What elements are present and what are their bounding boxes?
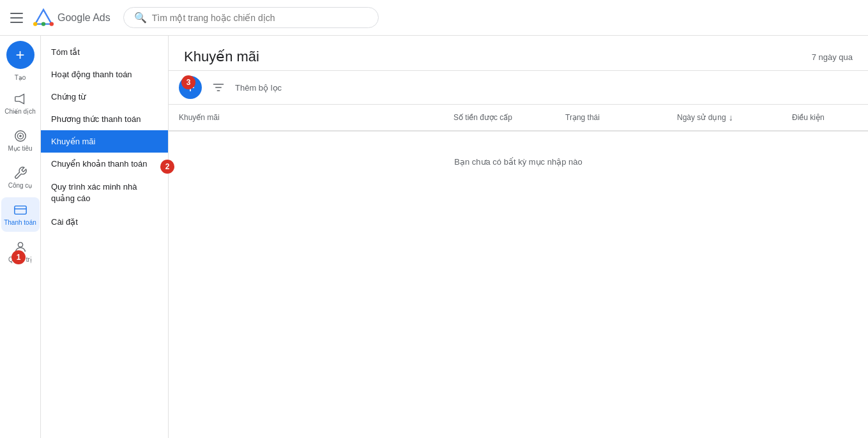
target-icon [13, 128, 28, 144]
th-ngay-su-dung[interactable]: Ngày sử dụng ↓ [667, 105, 782, 130]
page-title: Khuyến mãi [184, 49, 259, 65]
svg-marker-0 [35, 10, 52, 24]
search-bar[interactable]: 🔍 [123, 7, 379, 28]
nav-item-cong-cu[interactable]: Công cụ [1, 160, 40, 195]
nav-item-muc-tieu[interactable]: Mục tiêu [1, 123, 40, 158]
main-content: Khuyến mãi 7 ngày qua + Thêm bộ lọc Khuy… [169, 36, 868, 438]
th-so-tien-duoc-cap: Số tiền được cấp [443, 105, 555, 130]
sidebar-item-chuyen-khoan-thanh-toan[interactable]: Chuyển khoản thanh toán [41, 153, 168, 175]
search-icon: 🔍 [134, 11, 147, 24]
create-label: Tạo [15, 74, 26, 81]
sidebar-item-phuong-thuc-thanh-toan[interactable]: Phương thức thanh toán [41, 108, 168, 130]
svg-point-9 [18, 243, 22, 247]
nav-label-cong-cu: Công cụ [8, 182, 33, 190]
nav-item-thanh-toan[interactable]: Thanh toán [1, 197, 40, 232]
search-input[interactable] [152, 13, 368, 23]
table-container: Khuyến mãi Số tiền được cấp Trạng thái N… [169, 105, 868, 438]
create-button[interactable]: + [6, 41, 34, 69]
filter-label[interactable]: Thêm bộ lọc [235, 83, 282, 93]
sidebar: Tóm tắt Hoạt động thanh toán Chứng từ Ph… [41, 36, 169, 438]
topbar: Google Ads 🔍 [0, 0, 868, 36]
svg-rect-7 [14, 206, 26, 215]
sidebar-item-cai-dat[interactable]: Cài đặt [41, 211, 168, 233]
left-nav: + Tạo Chiến dịch Mục tiêu Công cụ Th [0, 36, 41, 438]
billing-icon [13, 202, 28, 218]
svg-point-2 [33, 22, 37, 26]
nav-label-muc-tieu: Mục tiêu [8, 145, 32, 153]
empty-message: Bạn chưa có bất kỳ mục nhập nào [169, 132, 868, 192]
google-ads-logo: Google Ads [33, 8, 110, 28]
logo-text: Google Ads [57, 12, 110, 24]
topbar-left: Google Ads [10, 8, 110, 28]
annotation-2: 2 [160, 160, 174, 174]
th-khuyen-mai: Khuyến mãi [169, 105, 443, 130]
nav-label-chien-dich: Chiến dịch [4, 108, 35, 116]
filter-button[interactable] [207, 76, 230, 99]
svg-point-3 [50, 22, 54, 26]
layout: + Tạo Chiến dịch Mục tiêu Công cụ Th [0, 36, 868, 438]
sidebar-item-quy-trinh-xac-minh[interactable]: Quy trình xác minh nhà quảng cáo [41, 175, 168, 211]
nav-item-chien-dich[interactable]: Chiến dịch [1, 86, 40, 121]
nav-label-thanh-toan: Thanh toán [4, 219, 36, 227]
svg-point-6 [19, 135, 22, 137]
google-ads-logo-svg [33, 8, 54, 28]
tools-icon [13, 165, 28, 181]
annotation-1: 1 [11, 250, 26, 264]
annotation-3: 3 [181, 75, 195, 89]
menu-icon[interactable] [10, 10, 26, 26]
th-dieu-kien: Điều kiện [782, 105, 868, 130]
table-header: Khuyến mãi Số tiền được cấp Trạng thái N… [169, 105, 868, 132]
date-range: 7 ngày qua [812, 52, 853, 62]
page-header: Khuyến mãi 7 ngày qua [169, 36, 868, 71]
sidebar-item-tom-tat[interactable]: Tóm tắt [41, 41, 168, 63]
svg-point-1 [42, 22, 45, 26]
campaign-icon [13, 91, 28, 107]
sort-icon: ↓ [729, 112, 733, 123]
plus-icon: + [15, 46, 24, 64]
sidebar-item-chung-tu[interactable]: Chứng từ [41, 86, 168, 108]
toolbar: + Thêm bộ lọc [169, 71, 868, 105]
sidebar-item-hoat-dong-thanh-toan[interactable]: Hoạt động thanh toán [41, 63, 168, 86]
sidebar-item-khuyen-mai[interactable]: Khuyến mãi [41, 130, 168, 153]
th-trang-thai: Trạng thái [555, 105, 667, 130]
